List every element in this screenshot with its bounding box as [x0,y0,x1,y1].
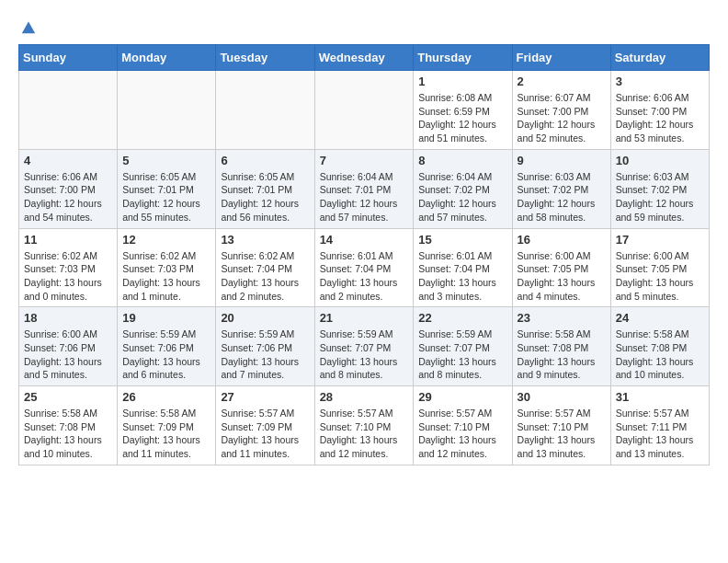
calendar-cell: 21Sunrise: 5:59 AMSunset: 7:07 PMDayligh… [314,307,414,386]
day-number: 10 [616,154,704,167]
calendar-cell: 17Sunrise: 6:00 AMSunset: 7:05 PMDayligh… [610,228,709,307]
calendar-cell: 2Sunrise: 6:07 AMSunset: 7:00 PMDaylight… [512,71,610,150]
day-info: Sunrise: 5:59 AMSunset: 7:07 PMDaylight:… [320,327,409,382]
calendar-table: SundayMondayTuesdayWednesdayThursdayFrid… [18,44,710,465]
calendar-cell: 6Sunrise: 6:05 AMSunset: 7:01 PMDaylight… [216,149,314,228]
day-number: 7 [320,154,409,167]
calendar-cell: 4Sunrise: 6:06 AMSunset: 7:00 PMDaylight… [19,149,118,228]
calendar-cell: 7Sunrise: 6:04 AMSunset: 7:01 PMDaylight… [314,149,414,228]
day-info: Sunrise: 5:57 AMSunset: 7:10 PMDaylight:… [518,407,606,461]
calendar-cell: 26Sunrise: 5:58 AMSunset: 7:09 PMDayligh… [118,386,216,465]
header [18,18,710,35]
calendar-cell: 13Sunrise: 6:02 AMSunset: 7:04 PMDayligh… [216,228,314,307]
calendar-header-thursday: Thursday [414,45,512,71]
day-info: Sunrise: 5:59 AMSunset: 7:06 PMDaylight:… [122,327,210,382]
day-info: Sunrise: 6:05 AMSunset: 7:01 PMDaylight:… [122,170,210,224]
calendar-cell: 22Sunrise: 5:59 AMSunset: 7:07 PMDayligh… [414,307,512,386]
day-number: 13 [221,233,309,247]
calendar-cell: 12Sunrise: 6:02 AMSunset: 7:03 PMDayligh… [118,228,216,307]
calendar-cell: 31Sunrise: 5:57 AMSunset: 7:11 PMDayligh… [610,386,709,465]
day-number: 5 [122,154,210,167]
calendar-week-row: 4Sunrise: 6:06 AMSunset: 7:00 PMDaylight… [19,149,710,228]
calendar-cell [216,71,314,150]
day-number: 17 [616,233,704,247]
day-number: 11 [24,233,112,247]
calendar-cell: 1Sunrise: 6:08 AMSunset: 6:59 PMDaylight… [414,71,512,150]
day-info: Sunrise: 6:06 AMSunset: 7:00 PMDaylight:… [24,170,112,224]
day-info: Sunrise: 5:58 AMSunset: 7:08 PMDaylight:… [518,327,606,382]
day-info: Sunrise: 6:04 AMSunset: 7:01 PMDaylight:… [320,170,409,224]
day-number: 3 [616,75,704,88]
day-number: 15 [418,233,506,247]
calendar-cell: 28Sunrise: 5:57 AMSunset: 7:10 PMDayligh… [314,386,414,465]
day-info: Sunrise: 5:57 AMSunset: 7:11 PMDaylight:… [616,407,704,461]
day-info: Sunrise: 6:02 AMSunset: 7:03 PMDaylight:… [122,249,210,304]
day-info: Sunrise: 6:01 AMSunset: 7:04 PMDaylight:… [418,249,506,304]
logo-icon [20,18,37,35]
day-number: 18 [24,311,112,325]
calendar-cell: 23Sunrise: 5:58 AMSunset: 7:08 PMDayligh… [512,307,610,386]
calendar-cell: 19Sunrise: 5:59 AMSunset: 7:06 PMDayligh… [118,307,216,386]
logo [18,18,37,35]
calendar-header-wednesday: Wednesday [314,45,414,71]
calendar-cell: 24Sunrise: 5:58 AMSunset: 7:08 PMDayligh… [610,307,709,386]
day-number: 16 [518,233,606,247]
day-info: Sunrise: 6:01 AMSunset: 7:04 PMDaylight:… [320,249,409,304]
day-number: 27 [221,390,309,404]
calendar-cell: 11Sunrise: 6:02 AMSunset: 7:03 PMDayligh… [19,228,118,307]
calendar-cell: 27Sunrise: 5:57 AMSunset: 7:09 PMDayligh… [216,386,314,465]
calendar-cell: 29Sunrise: 5:57 AMSunset: 7:10 PMDayligh… [414,386,512,465]
calendar-cell: 14Sunrise: 6:01 AMSunset: 7:04 PMDayligh… [314,228,414,307]
day-info: Sunrise: 5:59 AMSunset: 7:07 PMDaylight:… [418,327,506,382]
day-info: Sunrise: 6:03 AMSunset: 7:02 PMDaylight:… [616,170,704,224]
day-info: Sunrise: 5:58 AMSunset: 7:09 PMDaylight:… [122,407,210,461]
calendar-cell: 3Sunrise: 6:06 AMSunset: 7:00 PMDaylight… [610,71,709,150]
calendar-cell: 9Sunrise: 6:03 AMSunset: 7:02 PMDaylight… [512,149,610,228]
day-number: 2 [518,75,606,88]
calendar-cell [118,71,216,150]
calendar-header-friday: Friday [512,45,610,71]
day-number: 31 [616,390,704,404]
day-number: 14 [320,233,409,247]
day-info: Sunrise: 6:00 AMSunset: 7:05 PMDaylight:… [518,249,606,304]
day-info: Sunrise: 6:00 AMSunset: 7:06 PMDaylight:… [24,327,112,382]
calendar-header-sunday: Sunday [19,45,118,71]
day-number: 12 [122,233,210,247]
day-info: Sunrise: 6:03 AMSunset: 7:02 PMDaylight:… [518,170,606,224]
day-number: 25 [24,390,112,404]
day-info: Sunrise: 5:57 AMSunset: 7:09 PMDaylight:… [221,407,309,461]
day-info: Sunrise: 5:58 AMSunset: 7:08 PMDaylight:… [24,407,112,461]
day-number: 22 [418,311,506,325]
calendar-cell [314,71,414,150]
day-info: Sunrise: 6:02 AMSunset: 7:03 PMDaylight:… [24,249,112,304]
calendar-cell: 16Sunrise: 6:00 AMSunset: 7:05 PMDayligh… [512,228,610,307]
day-number: 24 [616,311,704,325]
day-info: Sunrise: 6:02 AMSunset: 7:04 PMDaylight:… [221,249,309,304]
day-number: 20 [221,311,309,325]
day-number: 28 [320,390,409,404]
calendar-header-tuesday: Tuesday [216,45,314,71]
day-info: Sunrise: 5:57 AMSunset: 7:10 PMDaylight:… [320,407,409,461]
day-number: 19 [122,311,210,325]
calendar-header-row: SundayMondayTuesdayWednesdayThursdayFrid… [19,45,710,71]
day-info: Sunrise: 6:06 AMSunset: 7:00 PMDaylight:… [616,91,704,145]
day-info: Sunrise: 6:08 AMSunset: 6:59 PMDaylight:… [418,91,506,145]
calendar-cell: 18Sunrise: 6:00 AMSunset: 7:06 PMDayligh… [19,307,118,386]
calendar-cell: 30Sunrise: 5:57 AMSunset: 7:10 PMDayligh… [512,386,610,465]
day-info: Sunrise: 5:57 AMSunset: 7:10 PMDaylight:… [418,407,506,461]
day-number: 9 [518,154,606,167]
day-info: Sunrise: 6:07 AMSunset: 7:00 PMDaylight:… [518,91,606,145]
calendar-week-row: 1Sunrise: 6:08 AMSunset: 6:59 PMDaylight… [19,71,710,150]
day-number: 23 [518,311,606,325]
day-info: Sunrise: 5:58 AMSunset: 7:08 PMDaylight:… [616,327,704,382]
calendar-cell: 25Sunrise: 5:58 AMSunset: 7:08 PMDayligh… [19,386,118,465]
day-number: 4 [24,154,112,167]
calendar-cell: 5Sunrise: 6:05 AMSunset: 7:01 PMDaylight… [118,149,216,228]
calendar-week-row: 11Sunrise: 6:02 AMSunset: 7:03 PMDayligh… [19,228,710,307]
calendar-week-row: 25Sunrise: 5:58 AMSunset: 7:08 PMDayligh… [19,386,710,465]
day-info: Sunrise: 6:00 AMSunset: 7:05 PMDaylight:… [616,249,704,304]
day-info: Sunrise: 6:05 AMSunset: 7:01 PMDaylight:… [221,170,309,224]
day-info: Sunrise: 6:04 AMSunset: 7:02 PMDaylight:… [418,170,506,224]
calendar-cell [19,71,118,150]
calendar-week-row: 18Sunrise: 6:00 AMSunset: 7:06 PMDayligh… [19,307,710,386]
